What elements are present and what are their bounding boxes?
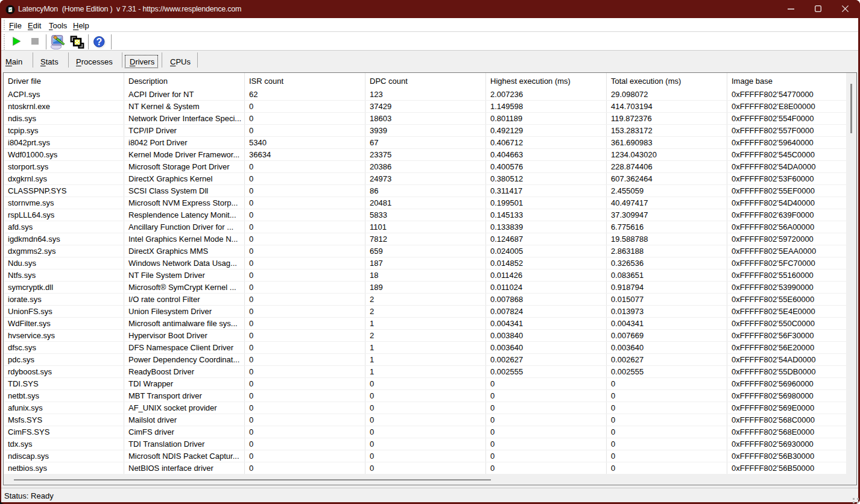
svg-text:?: ? <box>96 37 102 47</box>
